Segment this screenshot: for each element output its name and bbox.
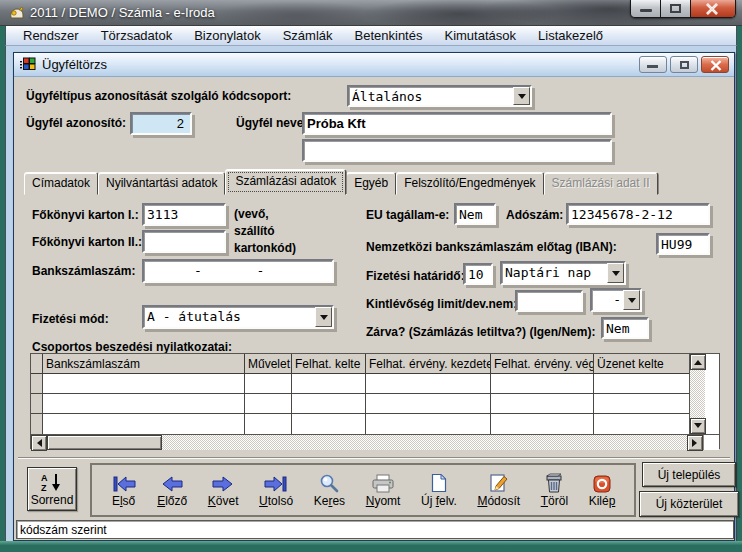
receivable-currency-combobox[interactable]: - <box>590 288 642 312</box>
dialog-close-icon[interactable] <box>701 56 729 73</box>
eu-member-field[interactable]: Nem <box>454 203 496 225</box>
tab-felszolito-engedmenyek[interactable]: Felszólító/Engedmények <box>396 172 543 195</box>
iban-label: Nemzetközi bankszámlaszám előtag (IBAN): <box>366 240 617 254</box>
ledger2-field[interactable] <box>142 230 226 253</box>
last-record-icon <box>263 472 289 493</box>
scroll-right-icon[interactable] <box>687 435 703 451</box>
modosit-button[interactable]: Módosít <box>475 471 522 509</box>
code-group-label: Ügyféltípus azonosítását szolgáló kódcso… <box>26 89 291 103</box>
tab-nyilvantartasi-adatok[interactable]: Nyilvántartási adatok <box>98 172 225 195</box>
receivable-limit-label: Kintlévőség limit/dev.nem: <box>366 297 517 311</box>
windows-logo-icon <box>20 57 36 72</box>
uj-telepules-button[interactable]: Új település <box>642 462 736 487</box>
elso-button[interactable]: Első <box>109 471 139 509</box>
customer-name2-field[interactable] <box>302 139 612 162</box>
ledger2-label: Főkönyvi karton II.: <box>32 235 142 249</box>
menu-rendszer[interactable]: Rendszer <box>12 26 90 45</box>
scroll-down-icon[interactable] <box>690 418 706 434</box>
due-days-field[interactable]: 10 <box>463 263 493 285</box>
mdi-client: Ügyféltörzs Ügyféltípus azonosítását szo… <box>5 46 737 541</box>
chevron-down-icon[interactable] <box>623 290 640 310</box>
dialog-restore-icon[interactable] <box>670 56 698 73</box>
grid-vertical-scrollbar[interactable] <box>689 354 705 434</box>
chevron-down-icon[interactable] <box>513 87 530 105</box>
receivable-limit-field[interactable] <box>515 290 583 312</box>
menu-kimutatasok[interactable]: Kimutatások <box>433 26 527 45</box>
minimize-icon[interactable] <box>631 0 661 17</box>
tab-szamlazasi-adatok[interactable]: Számlázási adatok <box>225 169 346 195</box>
due-date-label: Fizetési határidő: <box>366 269 465 283</box>
scroll-up-icon[interactable] <box>690 354 706 370</box>
closed-field[interactable]: Nem <box>601 317 649 339</box>
column-muvelet[interactable]: Művelet <box>245 354 292 373</box>
menubar: Rendszer Törzsadatok Bizonylatok Számlák… <box>5 26 737 46</box>
grid-horizontal-scrollbar[interactable] <box>31 435 703 450</box>
bank-account-field[interactable]: - - <box>142 259 334 283</box>
svg-text:Z: Z <box>41 483 47 492</box>
menu-szamlak[interactable]: Számlák <box>272 26 344 45</box>
payment-method-label: Fizetési mód: <box>32 312 109 326</box>
nyomt-button[interactable]: Nyomt <box>364 471 403 509</box>
elozo-button[interactable]: Előző <box>155 471 189 509</box>
chevron-down-icon[interactable] <box>315 307 332 327</box>
payment-method-combobox[interactable]: A - átutalás <box>142 305 334 329</box>
exit-icon <box>593 472 611 493</box>
dialog-minimize-icon[interactable] <box>639 56 667 73</box>
utolso-button[interactable]: Utolsó <box>257 471 295 509</box>
customer-name-label: Ügyfél neve <box>236 116 303 130</box>
first-record-icon <box>111 472 137 493</box>
kilep-button[interactable]: Kilép <box>587 471 618 509</box>
new-document-icon <box>430 472 448 493</box>
kovet-button[interactable]: Követ <box>206 471 241 509</box>
menu-torzsadatok[interactable]: Törzsadatok <box>90 26 184 45</box>
table-row <box>31 394 689 414</box>
menu-bizonylatok[interactable]: Bizonylatok <box>183 26 271 45</box>
toolbar-separator <box>18 457 730 459</box>
customer-id-field[interactable]: 2 <box>130 112 192 135</box>
desktop-strip <box>0 541 742 552</box>
tax-number-field[interactable]: 12345678-2-12 <box>566 203 710 225</box>
customer-name-field[interactable]: Próba Kft <box>302 112 612 135</box>
due-unit-combobox[interactable]: Naptári nap <box>500 261 626 285</box>
dialog-titlebar[interactable]: Ügyféltörzs <box>14 53 734 77</box>
iban-field[interactable]: HU99 <box>656 233 710 255</box>
column-bankszamlaszam[interactable]: Bankszámlaszám <box>43 354 245 373</box>
column-uzenet-kelte[interactable]: Üzenet kelte <box>594 354 689 373</box>
code-group-combobox[interactable]: Általános <box>347 85 532 107</box>
previous-record-icon <box>160 472 184 493</box>
tab-cimadatok[interactable]: Címadatok <box>24 172 98 195</box>
eu-member-label: EU tagállam-e: <box>366 208 449 222</box>
scroll-left-icon[interactable] <box>31 435 47 451</box>
ledger1-label: Főkönyvi karton I.: <box>32 208 139 222</box>
sort-az-icon: A Z <box>40 472 64 492</box>
sorrend-button[interactable]: A Z Sorrend <box>27 467 77 511</box>
ugyfeltorzs-window: Ügyféltörzs Ügyféltípus azonosítását szo… <box>13 52 735 541</box>
status-filter-field[interactable]: kódszám szerint <box>16 520 734 539</box>
close-icon[interactable] <box>691 0 735 17</box>
dialog-caption-buttons <box>639 56 729 73</box>
screen: 2011 / DEMO / Számla - e-Iroda Rendszer … <box>0 0 742 552</box>
menu-betenkintes[interactable]: Betenkintés <box>344 26 434 45</box>
uj-kozterulet-button[interactable]: Új közterület <box>639 491 739 517</box>
edit-pencil-icon <box>489 472 509 493</box>
window-titlebar[interactable]: 2011 / DEMO / Számla - e-Iroda <box>0 0 742 26</box>
scrollbar-thumb[interactable] <box>47 435 162 450</box>
chevron-down-icon[interactable] <box>607 263 624 283</box>
dialog-title: Ügyféltörzs <box>42 57 107 72</box>
column-felhat-kelte[interactable]: Felhat. kelte <box>292 354 366 373</box>
grid-header: Bankszámlaszám Művelet Felhat. kelte Fel… <box>31 354 689 374</box>
uj-felv-button[interactable]: Új felv. <box>419 471 459 509</box>
column-felhat-erveny-kezdete[interactable]: Felhat. érvény. kezdete <box>366 354 491 373</box>
column-felhat-erveny-vege[interactable]: Felhat. érvény. vége <box>491 354 594 373</box>
closed-label: Zárva? (Számlázás letiltva?) (Igen/Nem): <box>366 325 595 339</box>
maximize-icon[interactable] <box>661 0 691 17</box>
window-caption-buttons <box>630 0 736 18</box>
menu-listakezelo[interactable]: Listakezelő <box>527 26 614 45</box>
keres-button[interactable]: Keres <box>312 471 347 509</box>
window-title: 2011 / DEMO / Számla - e-Iroda <box>30 5 215 20</box>
toolbar: Első Előző Követ <box>90 463 636 517</box>
ledger1-field[interactable]: 3113 <box>142 203 226 226</box>
trash-icon <box>544 472 564 493</box>
torol-button[interactable]: Töröl <box>539 471 570 509</box>
tab-egyeb[interactable]: Egyéb <box>346 172 396 195</box>
